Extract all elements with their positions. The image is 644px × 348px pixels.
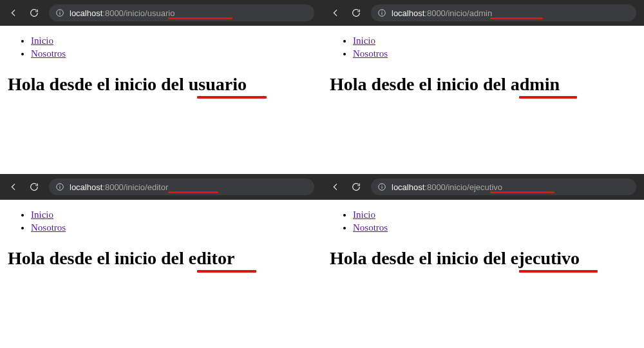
page-headline: Hola desde el inicio del admin [327, 74, 560, 95]
list-item: Inicio [31, 35, 317, 48]
info-icon [377, 8, 386, 17]
browser-toolbar: localhost:8000/inicio/editor [0, 174, 322, 200]
svg-point-2 [59, 11, 60, 12]
nav-list: Inicio Nosotros [327, 209, 639, 234]
nav-link-inicio[interactable]: Inicio [353, 35, 375, 46]
address-bar[interactable]: localhost:8000/inicio/ejecutivo [371, 179, 636, 195]
nav-list: Inicio Nosotros [327, 35, 639, 60]
reload-icon[interactable] [28, 181, 40, 193]
page-headline: Hola desde el inicio del usuario [5, 74, 247, 95]
nav-link-nosotros[interactable]: Nosotros [353, 48, 388, 59]
headline-word: usuario [189, 74, 247, 94]
page-content: Inicio Nosotros Hola desde el inicio del… [0, 200, 322, 348]
annotation-underline-icon [168, 191, 218, 193]
page-content: Inicio Nosotros Hola desde el inicio del… [322, 200, 644, 348]
nav-link-inicio[interactable]: Inicio [353, 209, 375, 220]
reload-icon[interactable] [28, 7, 40, 19]
address-bar[interactable]: localhost:8000/inicio/admin [371, 5, 636, 21]
info-icon [55, 182, 64, 191]
url-text: localhost:8000/inicio/editor [70, 182, 168, 192]
nav-link-nosotros[interactable]: Nosotros [353, 222, 388, 233]
browser-window-ejecutivo: localhost:8000/inicio/ejecutivo Inicio N… [322, 174, 644, 348]
svg-point-5 [381, 11, 382, 12]
back-icon[interactable] [330, 7, 341, 19]
info-icon [377, 182, 386, 191]
back-icon[interactable] [8, 181, 19, 193]
address-bar[interactable]: localhost:8000/inicio/usuario [49, 5, 314, 21]
list-item: Inicio [31, 209, 317, 222]
annotation-underline-icon [197, 270, 256, 273]
nav-list: Inicio Nosotros [5, 35, 317, 60]
svg-point-8 [59, 185, 60, 186]
browser-window-editor: localhost:8000/inicio/editor Inicio Noso… [0, 174, 322, 348]
page-content: Inicio Nosotros Hola desde el inicio del… [322, 26, 644, 174]
browser-toolbar: localhost:8000/inicio/usuario [0, 0, 322, 26]
url-text: localhost:8000/inicio/usuario [70, 8, 175, 18]
headline-word: admin [511, 74, 560, 94]
info-icon [55, 8, 64, 17]
headline-prefix: Hola desde el inicio del [8, 248, 189, 268]
headline-prefix: Hola desde el inicio del [8, 74, 189, 94]
back-icon[interactable] [8, 7, 19, 19]
nav-link-inicio[interactable]: Inicio [31, 35, 53, 46]
nav-link-nosotros[interactable]: Nosotros [31, 48, 66, 59]
url-text: localhost:8000/inicio/admin [392, 8, 492, 18]
list-item: Nosotros [31, 48, 317, 61]
page-content: Inicio Nosotros Hola desde el inicio del… [0, 26, 322, 174]
headline-prefix: Hola desde el inicio del [330, 74, 511, 94]
annotation-underline-icon [197, 96, 267, 99]
url-text: localhost:8000/inicio/ejecutivo [392, 182, 502, 192]
svg-point-11 [381, 185, 382, 186]
headline-word: editor [189, 248, 235, 268]
reload-icon[interactable] [350, 181, 362, 193]
list-item: Nosotros [31, 222, 317, 235]
headline-prefix: Hola desde el inicio del [330, 248, 511, 268]
browser-toolbar: localhost:8000/inicio/ejecutivo [322, 174, 644, 200]
browser-window-usuario: localhost:8000/inicio/usuario Inicio Nos… [0, 0, 322, 174]
browser-toolbar: localhost:8000/inicio/admin [322, 0, 644, 26]
page-headline: Hola desde el inicio del ejecutivo [327, 248, 580, 269]
list-item: Nosotros [353, 48, 639, 61]
list-item: Inicio [353, 35, 639, 48]
annotation-underline-icon [519, 96, 577, 99]
headline-word: ejecutivo [511, 248, 580, 268]
annotation-underline-icon [519, 270, 598, 273]
nav-list: Inicio Nosotros [5, 209, 317, 234]
nav-link-inicio[interactable]: Inicio [31, 209, 53, 220]
annotation-underline-icon [168, 17, 232, 19]
annotation-underline-icon [490, 17, 543, 19]
browser-window-admin: localhost:8000/inicio/admin Inicio Nosot… [322, 0, 644, 174]
page-headline: Hola desde el inicio del editor [5, 248, 234, 269]
nav-link-nosotros[interactable]: Nosotros [31, 222, 66, 233]
list-item: Nosotros [353, 222, 639, 235]
address-bar[interactable]: localhost:8000/inicio/editor [49, 179, 314, 195]
reload-icon[interactable] [350, 7, 362, 19]
list-item: Inicio [353, 209, 639, 222]
back-icon[interactable] [330, 181, 341, 193]
annotation-underline-icon [490, 191, 554, 193]
